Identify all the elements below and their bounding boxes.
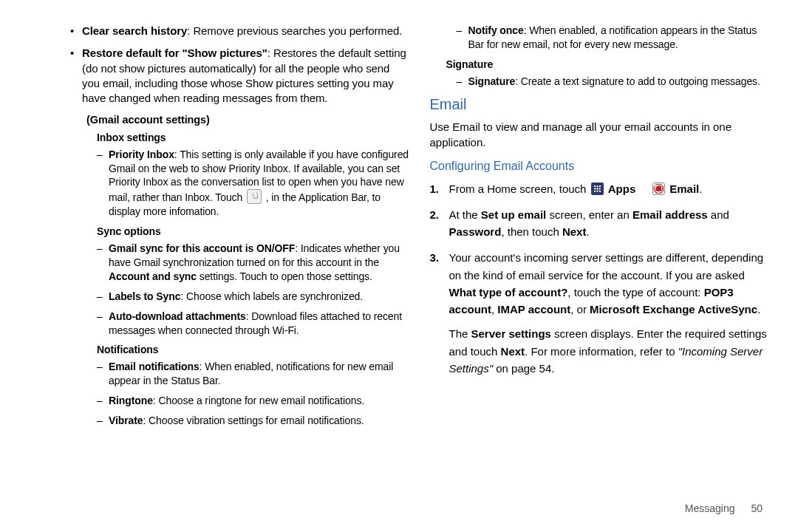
- term: Clear search history: [82, 24, 187, 37]
- step-1: 1. From a Home screen, touch Apps Email.: [430, 180, 769, 197]
- term: Ringtone: [109, 395, 153, 406]
- t0: Your account's incoming server settings …: [449, 251, 764, 281]
- email-heading: Email: [430, 95, 769, 115]
- inbox-settings-heading: Inbox settings: [97, 131, 409, 145]
- apps-icon: [591, 183, 604, 195]
- term: Priority Inbox: [109, 149, 174, 160]
- rest: : Choose a ringtone for new email notifi…: [153, 395, 364, 406]
- configuring-email-heading: Configuring Email Accounts: [430, 158, 769, 174]
- step-2: 2. At the Set up email screen, enter an …: [430, 206, 769, 241]
- term: Signature: [468, 75, 516, 87]
- notifications-list: Email notifications: When enabled, notif…: [97, 360, 409, 428]
- sync-options-heading: Sync options: [97, 225, 409, 239]
- email-intro: Use Email to view and manage all your em…: [430, 119, 769, 151]
- rest: : Choose vibration settings for email no…: [143, 415, 364, 426]
- term: Vibrate: [109, 415, 143, 426]
- b3: Microsoft Exchange ActiveSync: [590, 303, 757, 316]
- t3: , then touch: [501, 225, 562, 238]
- page-footer: Messaging 50: [685, 502, 763, 514]
- top-right-dash: Notify once: When enabled, a notificatio…: [457, 24, 769, 52]
- desc: : Remove previous searches you performed…: [187, 24, 402, 37]
- notify-once: Notify once: When enabled, a notificatio…: [457, 24, 769, 52]
- signature-heading: Signature: [446, 58, 769, 72]
- notifications-heading: Notifications: [97, 343, 409, 357]
- right-column: Notify once: When enabled, a notificatio…: [430, 24, 769, 473]
- t0: At the: [449, 208, 481, 221]
- post-a: The: [449, 327, 471, 340]
- term: Email notifications: [109, 361, 200, 372]
- term: Auto-download attachments: [109, 310, 246, 322]
- step-number: 2.: [430, 206, 440, 223]
- step-number: 1.: [430, 180, 440, 197]
- bullet-restore-default: Restore default for "Show pictures": Res…: [70, 46, 409, 106]
- b2: Password: [449, 225, 502, 238]
- email-icon: [652, 183, 665, 195]
- chapter-name: Messaging: [685, 502, 735, 514]
- term2: Account and sync: [109, 270, 197, 282]
- t4: .: [699, 183, 702, 195]
- t4: .: [586, 225, 589, 238]
- sync-labels: Labels to Sync: Choose which labels are …: [97, 290, 409, 304]
- t0: From a Home screen, touch: [449, 183, 590, 195]
- inbox-settings-list: Priority Inbox: This setting is only ava…: [97, 148, 409, 219]
- t4: .: [757, 303, 760, 316]
- rest: settings. Touch to open those settings.: [197, 270, 372, 282]
- b3: Next: [562, 225, 587, 238]
- post-c: . For more information, refer to: [525, 345, 678, 358]
- b0: Set up email: [481, 208, 546, 221]
- page-number: 50: [751, 502, 763, 514]
- b1: Email address: [632, 208, 708, 221]
- t1: , touch the type of account:: [567, 286, 703, 299]
- left-column: Clear search history: Remove previous se…: [70, 24, 409, 473]
- term: Restore default for "Show pictures": [82, 47, 267, 59]
- step-3: 3. Your account's incoming server settin…: [430, 249, 769, 377]
- notif-ringtone: Ringtone: Choose a ringtone for new emai…: [97, 394, 409, 408]
- gmail-account-settings-heading: (Gmail account settings): [86, 113, 409, 128]
- term: Gmail sync for this account is ON/OFF: [109, 242, 295, 254]
- post-bold-a: Server settings: [471, 327, 551, 340]
- apps-label: Apps: [608, 183, 636, 195]
- manual-page: Clear search history: Remove previous se…: [0, 0, 798, 488]
- post-d: on page 54.: [493, 362, 554, 375]
- t1: screen, enter an: [546, 208, 632, 221]
- sync-options-list: Gmail sync for this account is ON/OFF: I…: [97, 242, 409, 337]
- sync-auto-download: Auto-download attachments: Download file…: [97, 310, 409, 338]
- inbox-priority-inbox: Priority Inbox: This setting is only ava…: [97, 148, 409, 219]
- notif-vibrate: Vibrate: Choose vibration settings for e…: [97, 414, 409, 428]
- t3: , or: [570, 303, 590, 316]
- term: Labels to Sync: [109, 290, 180, 302]
- email-label: Email: [669, 183, 699, 195]
- b0: What type of account?: [449, 286, 568, 299]
- rest: : Create a text signature to add to outg…: [515, 75, 760, 87]
- steps-list: 1. From a Home screen, touch Apps Email.…: [430, 180, 769, 378]
- post-bold-b: Next: [501, 345, 525, 358]
- clip-icon: [247, 189, 262, 204]
- step-number: 3.: [430, 249, 440, 266]
- signature-list: Signature: Create a text signature to ad…: [457, 75, 769, 89]
- t2: and: [708, 208, 729, 221]
- b2: IMAP account: [497, 303, 570, 316]
- bullet-clear-history: Clear search history: Remove previous se…: [70, 24, 409, 38]
- sync-gmail-sync: Gmail sync for this account is ON/OFF: I…: [97, 242, 409, 284]
- notif-email: Email notifications: When enabled, notif…: [97, 360, 409, 388]
- term: Notify once: [468, 24, 524, 36]
- signature-item: Signature: Create a text signature to ad…: [457, 75, 769, 89]
- top-bullet-list: Clear search history: Remove previous se…: [70, 24, 409, 106]
- rest: : Choose which labels are synchronized.: [180, 290, 363, 302]
